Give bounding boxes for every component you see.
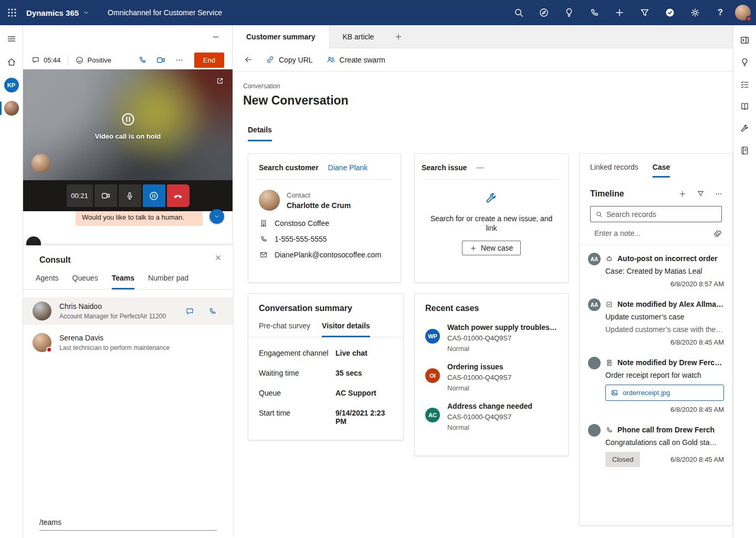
add-icon[interactable]: [607, 0, 632, 25]
agent-scripts-icon[interactable]: [734, 74, 755, 95]
tab-details[interactable]: Details: [248, 126, 272, 141]
brand-title[interactable]: Dynamics 365: [26, 8, 79, 17]
new-case-button[interactable]: New case: [462, 241, 521, 255]
phone-call-icon: [605, 426, 613, 434]
entry-avatar: [588, 357, 601, 369]
compass-icon[interactable]: [531, 0, 556, 25]
timeline-filter-icon[interactable]: [697, 190, 705, 198]
case-list-item[interactable]: OI Ordering issues CAS-01000-Q4Q9S7 Norm…: [415, 363, 568, 392]
tab-queues[interactable]: Queues: [72, 274, 98, 289]
entry-avatar: [588, 424, 601, 437]
tab-number-pad[interactable]: Number pad: [148, 274, 188, 289]
tab-teams[interactable]: Teams: [112, 274, 134, 289]
copy-url-button[interactable]: Copy URL: [259, 51, 320, 68]
paperclip-icon[interactable]: [713, 229, 722, 237]
session-timer: 05:44: [44, 56, 61, 64]
person-subtitle: Last technician to perform maintenance: [59, 344, 170, 352]
call-person-icon[interactable]: [208, 307, 217, 316]
app-launcher-icon[interactable]: [0, 0, 24, 25]
more-options-icon[interactable]: [175, 56, 184, 65]
link-icon: [266, 55, 275, 64]
user-avatar[interactable]: [735, 5, 751, 20]
end-call-button[interactable]: End: [194, 53, 224, 68]
hold-resume-button[interactable]: [143, 184, 165, 207]
close-icon[interactable]: [214, 254, 222, 262]
voice-call-icon[interactable]: [138, 55, 147, 65]
minimize-button[interactable]: [209, 32, 223, 42]
tab-linked-records[interactable]: Linked records: [590, 163, 638, 178]
add-icon: [470, 245, 477, 252]
open-pane-icon[interactable]: [734, 29, 755, 50]
filter-icon[interactable]: [632, 0, 657, 25]
session-tab-active[interactable]: [0, 97, 23, 120]
productivity-rail: [733, 25, 756, 538]
home-icon[interactable]: [0, 50, 23, 74]
row-label: Waiting time: [259, 369, 335, 377]
notes-journal-icon[interactable]: [734, 140, 755, 161]
case-title[interactable]: Ordering issues: [447, 363, 511, 371]
timeline-search-box: [590, 206, 722, 222]
document-tab-strip: Customer summary KB article: [233, 25, 733, 48]
customer-link[interactable]: Diane Plank: [328, 163, 368, 172]
contact-phone-link[interactable]: 1-555-555-5555: [275, 235, 327, 243]
case-title[interactable]: Watch power supply troublesh…: [447, 323, 560, 332]
create-swarm-button[interactable]: Create swarm: [320, 51, 392, 68]
session-tab-kp[interactable]: KP: [0, 74, 23, 97]
row-value: 9/14/2021 2:23 PM: [335, 409, 393, 426]
knowledge-search-icon[interactable]: [734, 96, 755, 117]
help-icon[interactable]: ?: [708, 0, 733, 25]
video-call-icon[interactable]: [156, 55, 166, 65]
contact-email-link[interactable]: DianePlank@contosocoffee.com: [275, 251, 381, 259]
attachment-filename[interactable]: orderreceipt.jpg: [623, 389, 670, 397]
search-icon[interactable]: [506, 0, 531, 25]
settings-gear-icon[interactable]: [682, 0, 708, 25]
back-arrow-icon[interactable]: [240, 51, 257, 68]
entry-preview: Updated customer’s case with the…: [605, 325, 724, 334]
tab-case[interactable]: Case: [653, 163, 670, 178]
suggestions-lightbulb-icon[interactable]: [734, 51, 755, 73]
divider: [68, 55, 68, 65]
phone-icon: [259, 235, 268, 243]
lightbulb-icon[interactable]: [556, 0, 582, 25]
new-tab-button[interactable]: [387, 25, 410, 48]
camera-toggle-button[interactable]: [94, 184, 117, 207]
timeline-search-input[interactable]: [606, 210, 717, 219]
scroll-to-latest-button[interactable]: [209, 209, 224, 224]
menu-icon[interactable]: [0, 27, 23, 50]
timeline-add-icon[interactable]: [678, 190, 687, 198]
timeline-entry[interactable]: AA Note modified by Alex Allma… Update c…: [588, 298, 724, 346]
video-call-area[interactable]: Video call is on hold: [23, 69, 233, 180]
app-name: Omnichannel for Customer Service: [108, 8, 222, 17]
attachment-chip[interactable]: orderreceipt.jpg: [605, 385, 724, 401]
case-list-item[interactable]: AC Address change needed CAS-01000-Q4Q9S…: [415, 402, 568, 431]
consult-search-input[interactable]: [39, 518, 217, 526]
consult-search-field: [39, 514, 217, 531]
phone-icon[interactable]: [582, 0, 607, 25]
tab-pre-chat-survey[interactable]: Pre-chat survey: [259, 322, 310, 337]
conversation-summary-title: Conversation summary: [248, 294, 403, 313]
contact-name[interactable]: Charlotte de Crum: [287, 201, 351, 210]
list-item-person[interactable]: Chris Naidoo Account Manager for Perfect…: [23, 297, 233, 325]
hang-up-button[interactable]: [167, 184, 190, 207]
tab-visitor-details[interactable]: Visitor details: [322, 322, 370, 337]
case-list-item[interactable]: WP Watch power supply troublesh… CAS-010…: [415, 323, 568, 353]
popout-icon[interactable]: [216, 77, 224, 85]
list-item-person[interactable]: Serena Davis Last technician to perform …: [23, 328, 233, 357]
contact-label: Contact: [287, 191, 351, 199]
timeline-entry[interactable]: Note modified by Drew Ferc… Order receip…: [588, 357, 724, 413]
tab-agents[interactable]: Agents: [36, 274, 59, 289]
timeline-entry[interactable]: Phone call from Drew Ferch Congratulatio…: [588, 424, 724, 467]
smart-assist-wrench-icon[interactable]: [734, 118, 755, 139]
tab-kb-article[interactable]: KB article: [329, 25, 388, 48]
tab-customer-summary[interactable]: Customer summary: [233, 25, 329, 48]
timeline-entry[interactable]: AA Auto-post on incorrect order Case: Cr…: [588, 253, 724, 288]
chevron-down-icon[interactable]: [82, 9, 90, 16]
note-input[interactable]: [594, 229, 713, 237]
microphone-toggle-button[interactable]: [119, 184, 141, 207]
swarm-icon: [327, 55, 335, 64]
entry-text: Update customer’s case: [605, 313, 724, 321]
chat-with-person-icon[interactable]: [185, 307, 194, 316]
timeline-more-icon[interactable]: [715, 190, 723, 198]
presence-available-icon[interactable]: [657, 0, 682, 25]
case-title[interactable]: Address change needed: [447, 402, 532, 410]
